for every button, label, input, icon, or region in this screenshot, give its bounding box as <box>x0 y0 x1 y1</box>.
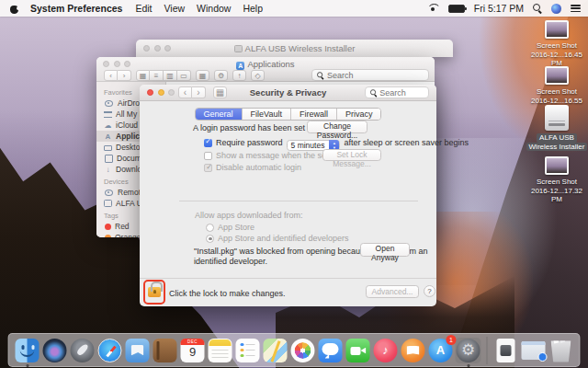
advanced-button: Advanced... <box>366 285 419 298</box>
require-password-label: Require password <box>216 138 283 147</box>
security-tab-bar: General FileVault Firewall Privacy <box>140 108 436 121</box>
dock-divider <box>487 337 488 364</box>
arrange-button[interactable]: ▦ <box>196 70 209 81</box>
dock-notes[interactable] <box>208 338 233 363</box>
lock-icon[interactable] <box>148 287 161 297</box>
red-tag-icon <box>105 224 111 230</box>
screenshot-file-icon <box>545 20 569 39</box>
window-alfa-installer[interactable]: ALFA USB Wireless Installer <box>136 40 453 57</box>
dock-ibooks[interactable] <box>401 338 426 363</box>
column-view-button[interactable]: ▥ <box>164 70 177 81</box>
orange-tag-icon <box>105 235 111 238</box>
dock-safari[interactable] <box>97 338 123 363</box>
dock-app-store[interactable]: A1 <box>428 338 454 363</box>
lock-hint-text: Click the lock to make changes. <box>169 289 286 298</box>
dock-reminders[interactable] <box>235 338 261 363</box>
finder-titlebar: AApplications ‹ › ▦ ≡ ▥ ▭ ▦ ⚙ ↑ ◇ <box>96 57 435 82</box>
menu-app-name[interactable]: System Preferences <box>30 3 122 14</box>
security-titlebar: ‹ › ▦ Security & Privacy <box>140 85 436 101</box>
allow-apps-header: Allow apps downloaded from: <box>195 211 303 220</box>
tags-button[interactable]: ◇ <box>251 70 265 81</box>
window-security-privacy[interactable]: ‹ › ▦ Security & Privacy General FileVau… <box>140 85 436 306</box>
desktop-icon-screenshot-3[interactable]: Screen Shot2016-12...17.32 PM <box>525 156 588 204</box>
battery-icon[interactable] <box>448 5 465 13</box>
wifi-icon[interactable] <box>427 4 439 13</box>
dock-mail[interactable] <box>125 338 151 363</box>
dock-launchpad[interactable] <box>70 338 96 363</box>
gear-icon: ⚙ <box>457 339 481 362</box>
menu-help[interactable]: Help <box>243 3 263 14</box>
footer-divider <box>140 278 436 279</box>
coverflow-view-button[interactable]: ▭ <box>177 70 191 81</box>
require-password-checkbox[interactable] <box>204 139 212 147</box>
forward-button[interactable]: › <box>118 70 131 81</box>
dock-calendar[interactable]: DEC9 <box>180 338 206 363</box>
dock-trash[interactable] <box>548 338 574 363</box>
view-buttons-group: ▦ ≡ ▥ ▭ <box>136 70 191 81</box>
desktop: Screen Shot2016-12...16.45 PM Screen Sho… <box>0 0 588 368</box>
dock-messages[interactable] <box>318 338 344 363</box>
dock-itunes[interactable]: ♪ <box>373 338 399 363</box>
dock-finder[interactable] <box>15 338 40 363</box>
siri-icon[interactable] <box>551 4 561 14</box>
blocked-text-line2: identified developer. <box>194 257 267 266</box>
notification-center-icon[interactable] <box>571 4 581 13</box>
help-button[interactable]: ? <box>424 285 435 297</box>
running-indicator <box>468 364 470 367</box>
show-message-checkbox[interactable] <box>204 152 212 160</box>
dock-disk-image-file[interactable] <box>493 338 519 363</box>
radio-row-app-store: App Store <box>206 223 254 232</box>
disable-auto-login-row: Disable automatic login <box>204 163 301 172</box>
app-store-badge: 1 <box>447 335 457 345</box>
all-my-files-icon <box>104 111 112 118</box>
disk-icon <box>234 45 243 52</box>
finder-search-input[interactable] <box>327 71 424 80</box>
icon-view-button[interactable]: ▦ <box>136 70 150 81</box>
screenshot-file-icon <box>545 156 569 175</box>
menu-edit[interactable]: Edit <box>135 3 152 14</box>
screenshot-file-icon <box>545 66 569 85</box>
menu-clock[interactable]: Fri 5:17 PM <box>474 3 524 14</box>
spotlight-icon[interactable] <box>533 4 542 13</box>
finder-search-field[interactable] <box>311 69 429 81</box>
dock-minimized-window[interactable] <box>521 338 547 363</box>
menu-view[interactable]: View <box>164 3 186 14</box>
remote-disc-icon <box>105 190 113 196</box>
dock: DEC9 ♪ A1 ⚙ <box>8 333 581 367</box>
desktop-icon-screenshot-1[interactable]: Screen Shot2016-12...16.45 PM <box>525 20 588 68</box>
external-disk-icon <box>104 200 112 207</box>
airdrop-icon <box>105 100 113 107</box>
list-view-button[interactable]: ≡ <box>150 70 164 81</box>
preferences-search-input[interactable] <box>379 88 424 98</box>
tab-privacy[interactable]: Privacy <box>337 109 381 120</box>
action-gear-button[interactable]: ⚙ <box>214 70 228 81</box>
preferences-search-field[interactable] <box>365 86 429 98</box>
icloud-icon: ☁ <box>104 121 112 130</box>
tab-firewall[interactable]: Firewall <box>291 109 337 120</box>
open-anyway-button[interactable]: Open Anyway <box>360 243 410 257</box>
disable-auto-login-label: Disable automatic login <box>216 163 301 172</box>
dock-system-preferences[interactable]: ⚙ <box>456 338 481 363</box>
back-button[interactable]: ‹ <box>104 70 118 81</box>
calendar-month-label: DEC <box>181 339 205 345</box>
app-store-radio <box>206 224 214 232</box>
dock-siri[interactable] <box>42 338 68 363</box>
dock-maps[interactable] <box>263 338 288 363</box>
tab-filevault[interactable]: FileVault <box>243 109 291 120</box>
search-icon <box>317 72 323 79</box>
desktop-icon-alfa-disk[interactable]: ALFA USBWireless Installer <box>525 105 588 151</box>
menu-window[interactable]: Window <box>197 3 231 14</box>
desktop-icon <box>104 145 112 151</box>
dock-facetime[interactable] <box>345 338 371 363</box>
dock-contacts[interactable] <box>153 338 178 363</box>
apple-menu-icon[interactable] <box>9 4 19 14</box>
menu-bar: System Preferences Edit View Window Help… <box>0 0 588 17</box>
tab-general[interactable]: General <box>196 109 243 120</box>
dock-photos[interactable] <box>290 338 316 363</box>
set-lock-message-button: Set Lock Message... <box>322 149 381 161</box>
change-password-button[interactable]: Change Password... <box>307 121 368 133</box>
disk-drive-icon <box>545 105 569 131</box>
share-button[interactable]: ↑ <box>232 70 246 81</box>
identified-developers-radio <box>206 235 214 243</box>
calendar-day-label: 9 <box>180 345 206 359</box>
